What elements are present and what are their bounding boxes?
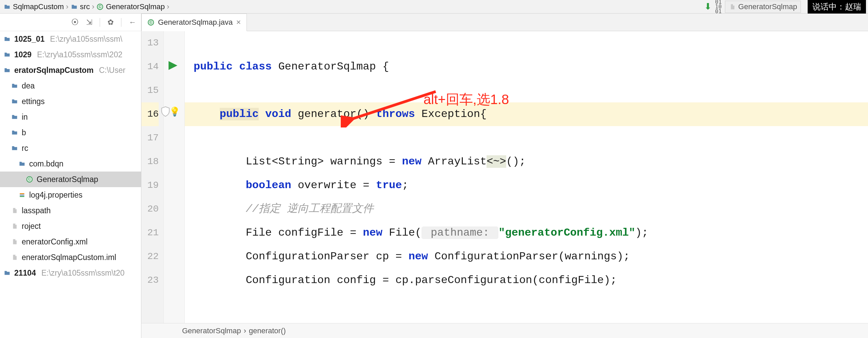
- tree-item[interactable]: eratorSqlmapCustomC:\User: [0, 62, 141, 78]
- folder-icon: [11, 82, 18, 90]
- proj-icon: [3, 66, 11, 74]
- folder-icon: [11, 129, 18, 136]
- file-icon: [11, 254, 18, 261]
- tree-item-label: roject: [22, 218, 41, 234]
- gutter-icon-strip: ▶ 💡: [164, 31, 185, 323]
- folder-icon: [71, 3, 78, 11]
- tree-item[interactable]: eneratorSqlmapCustom.iml: [0, 250, 141, 265]
- gutter[interactable]: 1314151617181920212223: [141, 31, 164, 323]
- chevron-right-icon: ›: [244, 326, 246, 335]
- collapse-icon[interactable]: ←: [129, 18, 136, 27]
- svg-text:C: C: [150, 20, 152, 24]
- tree-item-label: 21104: [14, 265, 36, 281]
- folder-icon: [3, 3, 11, 11]
- project-sidebar: ⦿ ⇲ ✿ ← 1025_01E:\zry\a105ssm\ssm\1029E:…: [0, 14, 141, 338]
- class-icon: C: [26, 176, 33, 183]
- scratch-tab-label: GeneratorSqlmap: [738, 2, 797, 11]
- binary-icon[interactable]: 01 10 01: [715, 0, 722, 14]
- tree-item-label: log4j.properties: [29, 187, 82, 203]
- project-tree[interactable]: 1025_01E:\zry\a105ssm\ssm\1029E:\zry\a10…: [0, 31, 141, 281]
- tree-item-hint: E:\zry\a105ssm\ssm\: [50, 31, 122, 47]
- code-line[interactable]: [185, 79, 868, 102]
- proj-icon: [3, 269, 11, 277]
- file-icon: [729, 3, 736, 11]
- expand-icon[interactable]: ⇲: [86, 18, 92, 27]
- file-icon: [11, 222, 18, 230]
- tree-item-label: eneratorConfig.xml: [22, 234, 87, 250]
- crumb-project[interactable]: SqlmapCustom: [2, 2, 65, 11]
- tree-item-label: b: [22, 125, 26, 140]
- tree-item[interactable]: eneratorConfig.xml: [0, 234, 141, 250]
- svg-text:C: C: [99, 5, 101, 8]
- proj-icon: [3, 35, 11, 43]
- code-line[interactable]: File configFile = new File( pathname: "g…: [185, 221, 868, 245]
- editor-tab-label: GeneratorSqlmap.java: [158, 18, 233, 27]
- download-icon[interactable]: ⬇: [704, 3, 712, 11]
- chevron-right-icon: ›: [166, 2, 170, 11]
- tree-item[interactable]: 21104E:\zry\a105ssm\ssm\t20: [0, 265, 141, 281]
- tree-item-label: rc: [22, 140, 28, 156]
- tree-item-hint: C:\User: [99, 62, 125, 78]
- tree-item-label: ettings: [22, 94, 45, 109]
- run-icon[interactable]: ▶: [169, 58, 177, 71]
- tree-item[interactable]: 1025_01E:\zry\a105ssm\ssm\: [0, 31, 141, 47]
- separator: [121, 18, 121, 27]
- code-line[interactable]: ConfigurationParser cp = new Configurati…: [185, 245, 868, 269]
- code-line[interactable]: boolean overwrite = true;: [185, 174, 868, 197]
- editor-tabs: C GeneratorSqlmap.java ✕: [141, 14, 868, 31]
- file-icon: [11, 238, 18, 245]
- tree-item[interactable]: CGeneratorSqlmap: [0, 172, 141, 187]
- tree-item[interactable]: ettings: [0, 94, 141, 109]
- tree-item[interactable]: 1029E:\zry\a105ssm\ssm\202: [0, 47, 141, 62]
- svg-rect-6: [20, 196, 24, 197]
- tree-item-label: eratorSqlmapCustom: [14, 62, 94, 78]
- editor-area: C GeneratorSqlmap.java ✕ 131415161718192…: [141, 14, 868, 338]
- tree-item-label: 1029: [14, 47, 32, 62]
- svg-rect-4: [20, 193, 24, 194]
- scratch-tab[interactable]: GeneratorSqlmap: [725, 1, 801, 13]
- chevron-right-icon: ›: [91, 2, 95, 11]
- crumb-class[interactable]: GeneratorSqlmap: [182, 326, 241, 335]
- editor-tab[interactable]: C GeneratorSqlmap.java ✕: [141, 14, 247, 31]
- proj-icon: [3, 51, 11, 58]
- tree-item-label: dea: [22, 78, 35, 94]
- pkg-icon: [18, 160, 26, 167]
- folder-icon: [11, 144, 18, 152]
- intention-bulb-icon[interactable]: 💡: [169, 106, 180, 117]
- tree-item[interactable]: com.bdqn: [0, 156, 141, 172]
- chevron-right-icon: ›: [65, 2, 69, 11]
- call-overlay: 说话中：赵瑞: [808, 0, 866, 14]
- navigation-bar: SqlmapCustom › src › C GeneratorSqlmap ›…: [0, 0, 868, 14]
- code-line[interactable]: //指定 逆向工程配置文件: [185, 197, 868, 221]
- tree-item[interactable]: roject: [0, 218, 141, 234]
- tree-item[interactable]: lasspath: [0, 203, 141, 218]
- crumb-project-label: SqlmapCustom: [13, 2, 64, 11]
- tree-item-hint: E:\zry\a105ssm\ssm\t20: [41, 265, 124, 281]
- editor-breadcrumbs[interactable]: GeneratorSqlmap › generator(): [141, 323, 868, 338]
- code-line[interactable]: [185, 126, 868, 150]
- class-icon: C: [96, 3, 104, 11]
- code-line[interactable]: [185, 31, 868, 55]
- code-editor[interactable]: alt+回车,选1.8 public class GeneratorSqlmap…: [185, 31, 868, 323]
- crumb-folder[interactable]: src: [69, 2, 91, 11]
- folder-icon: [11, 113, 18, 121]
- tree-item-label: in: [22, 109, 28, 125]
- crumb-class[interactable]: C GeneratorSqlmap: [95, 2, 166, 11]
- tree-item[interactable]: b: [0, 125, 141, 140]
- locate-icon[interactable]: ⦿: [71, 18, 79, 27]
- tree-item[interactable]: dea: [0, 78, 141, 94]
- crumb-method[interactable]: generator(): [249, 326, 286, 335]
- tree-item-label: GeneratorSqlmap: [37, 172, 98, 187]
- code-line[interactable]: public void generator() throws Exception…: [185, 102, 868, 126]
- tree-item[interactable]: log4j.properties: [0, 187, 141, 203]
- code-line[interactable]: List<String> warnings = new ArrayList<~>…: [185, 150, 868, 174]
- close-icon[interactable]: ✕: [236, 19, 241, 26]
- tree-item[interactable]: rc: [0, 140, 141, 156]
- gear-icon[interactable]: ✿: [107, 18, 114, 27]
- crumb-class-label: GeneratorSqlmap: [106, 2, 165, 11]
- tree-item-label: com.bdqn: [29, 156, 63, 172]
- code-line[interactable]: public class GeneratorSqlmap {: [185, 55, 868, 79]
- code-line[interactable]: Configuration config = cp.parseConfigura…: [185, 269, 868, 292]
- crumb-folder-label: src: [80, 2, 90, 11]
- tree-item[interactable]: in: [0, 109, 141, 125]
